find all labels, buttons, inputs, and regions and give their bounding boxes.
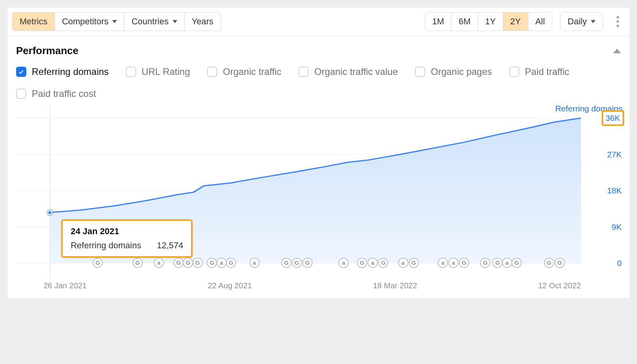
- event-marker-icon[interactable]: G: [281, 258, 291, 268]
- filter-tab-label: Competitors: [62, 16, 109, 27]
- range-tab-1y[interactable]: 1Y: [478, 13, 503, 31]
- toolbar: MetricsCompetitorsCountriesYears 1M6M1Y2…: [7, 7, 630, 36]
- metric-label: Paid traffic cost: [32, 88, 96, 99]
- collapse-button[interactable]: [613, 49, 621, 53]
- event-marker-icon[interactable]: G: [183, 258, 193, 268]
- filter-tab-metrics[interactable]: Metrics: [13, 13, 55, 31]
- caret-down-icon: [591, 20, 595, 23]
- event-marker-icon[interactable]: a: [249, 258, 260, 268]
- checkbox-icon: [509, 67, 519, 77]
- chart-plot-area[interactable]: 24 Jan 2021 Referring domains 12,574 GGa…: [16, 106, 581, 279]
- metric-label: Referring domains: [32, 66, 109, 77]
- event-marker-icon[interactable]: a: [438, 258, 448, 268]
- metric-checkbox-url-rating[interactable]: URL Rating: [126, 66, 190, 77]
- metric-label: Paid traffic: [525, 66, 569, 77]
- checkbox-icon: [16, 89, 26, 99]
- granularity-group: Daily: [560, 12, 603, 31]
- metric-checkbox-paid-traffic[interactable]: Paid traffic: [509, 66, 569, 77]
- event-marker-icon[interactable]: G: [555, 258, 565, 268]
- chart-container: Referring domains 24: [7, 103, 630, 298]
- range-tab-all[interactable]: All: [528, 13, 552, 31]
- event-marker-icon[interactable]: a: [448, 258, 459, 268]
- event-marker-icon[interactable]: a: [154, 258, 164, 268]
- metric-checkbox-organic-traffic[interactable]: Organic traffic: [207, 66, 281, 77]
- event-marker-icon[interactable]: a: [217, 258, 227, 268]
- metric-label: URL Rating: [142, 66, 190, 77]
- metric-checkbox-organic-traffic-value[interactable]: Organic traffic value: [298, 66, 398, 77]
- checkbox-icon: [16, 67, 26, 77]
- event-marker-icon[interactable]: G: [511, 258, 522, 268]
- range-tab-6m[interactable]: 6M: [451, 13, 478, 31]
- y-axis-tick: 36K: [602, 110, 624, 126]
- filter-tab-label: Countries: [131, 16, 168, 27]
- metric-checkbox-referring-domains[interactable]: Referring domains: [16, 66, 109, 77]
- event-marker-icon[interactable]: G: [133, 258, 143, 268]
- chart-tooltip: 24 Jan 2021 Referring domains 12,574: [61, 219, 193, 258]
- hover-marker-line: [50, 106, 50, 279]
- filter-tab-label: Years: [192, 16, 213, 27]
- event-marker-icon[interactable]: G: [292, 258, 302, 268]
- metric-label: Organic pages: [431, 66, 492, 77]
- caret-down-icon: [112, 20, 117, 23]
- more-menu-button[interactable]: [611, 15, 625, 29]
- event-marker-icon[interactable]: G: [207, 258, 217, 268]
- event-marker-icon[interactable]: G: [378, 258, 388, 268]
- y-axis-tick: 9K: [609, 221, 624, 233]
- granularity-label: Daily: [568, 16, 587, 27]
- checkbox-icon: [207, 67, 217, 77]
- time-range-group: 1M6M1Y2YAll: [425, 12, 552, 31]
- chart-event-markers: GGaGGGGaGaGGGaGaGaGaaGGGaGGG: [16, 258, 581, 269]
- filter-tab-countries[interactable]: Countries: [124, 13, 184, 31]
- event-marker-icon[interactable]: G: [409, 258, 419, 268]
- event-marker-icon[interactable]: G: [93, 258, 103, 268]
- chevron-up-icon: [613, 49, 621, 53]
- event-marker-icon[interactable]: G: [193, 258, 203, 268]
- event-marker-icon[interactable]: G: [357, 258, 367, 268]
- x-axis-tick: 12 Oct 2022: [538, 281, 581, 290]
- event-marker-icon[interactable]: G: [544, 258, 554, 268]
- x-axis-tick: 18 Mar 2022: [373, 281, 417, 290]
- filter-tab-competitors[interactable]: Competitors: [55, 13, 125, 31]
- checkbox-icon: [126, 67, 136, 77]
- filter-group-main: MetricsCompetitorsCountriesYears: [12, 12, 221, 31]
- checkbox-icon: [298, 67, 309, 77]
- checkbox-icon: [415, 67, 425, 77]
- event-marker-icon[interactable]: G: [459, 258, 469, 268]
- chart-holder: 24 Jan 2021 Referring domains 12,574 GGa…: [16, 106, 624, 279]
- filter-tab-years[interactable]: Years: [185, 13, 220, 31]
- metric-checkbox-paid-traffic-cost[interactable]: Paid traffic cost: [16, 88, 96, 99]
- tooltip-metric-value: 12,574: [157, 240, 183, 251]
- event-marker-icon[interactable]: a: [339, 258, 349, 268]
- event-marker-icon[interactable]: a: [398, 258, 408, 268]
- filter-tab-label: Metrics: [20, 16, 47, 27]
- x-axis-tick: 26 Jan 2021: [44, 281, 87, 290]
- x-axis-tick: 22 Aug 2021: [208, 281, 252, 290]
- metric-checkbox-row: Referring domainsURL RatingOrganic traff…: [7, 60, 630, 103]
- chart-x-axis: 26 Jan 202122 Aug 202118 Mar 202212 Oct …: [16, 279, 624, 290]
- y-axis-tick: 18K: [605, 184, 624, 197]
- y-axis-tick: 0: [615, 257, 624, 269]
- metric-label: Organic traffic value: [314, 66, 398, 77]
- granularity-select[interactable]: Daily: [561, 13, 602, 31]
- metric-checkbox-organic-pages[interactable]: Organic pages: [415, 66, 492, 77]
- section-header: Performance: [7, 36, 630, 60]
- event-marker-icon[interactable]: G: [173, 258, 184, 268]
- event-marker-icon[interactable]: a: [502, 258, 512, 268]
- performance-panel: MetricsCompetitorsCountriesYears 1M6M1Y2…: [7, 7, 630, 298]
- event-marker-icon[interactable]: a: [368, 258, 378, 268]
- event-marker-icon[interactable]: G: [480, 258, 490, 268]
- metric-label: Organic traffic: [223, 66, 281, 77]
- section-title: Performance: [16, 45, 78, 57]
- tooltip-date: 24 Jan 2021: [71, 226, 183, 237]
- tooltip-metric-name: Referring domains: [71, 240, 141, 251]
- event-marker-icon[interactable]: G: [302, 258, 313, 268]
- y-axis-tick: 27K: [605, 148, 624, 161]
- event-marker-icon[interactable]: G: [226, 258, 236, 268]
- tooltip-row: Referring domains 12,574: [71, 240, 183, 251]
- hover-marker-dot: [47, 210, 53, 215]
- caret-down-icon: [173, 20, 177, 23]
- range-tab-1m[interactable]: 1M: [425, 13, 452, 31]
- event-marker-icon[interactable]: G: [492, 258, 502, 268]
- range-tab-2y[interactable]: 2Y: [503, 13, 528, 31]
- chart-y-axis: 36K27K18K9K0: [581, 106, 624, 279]
